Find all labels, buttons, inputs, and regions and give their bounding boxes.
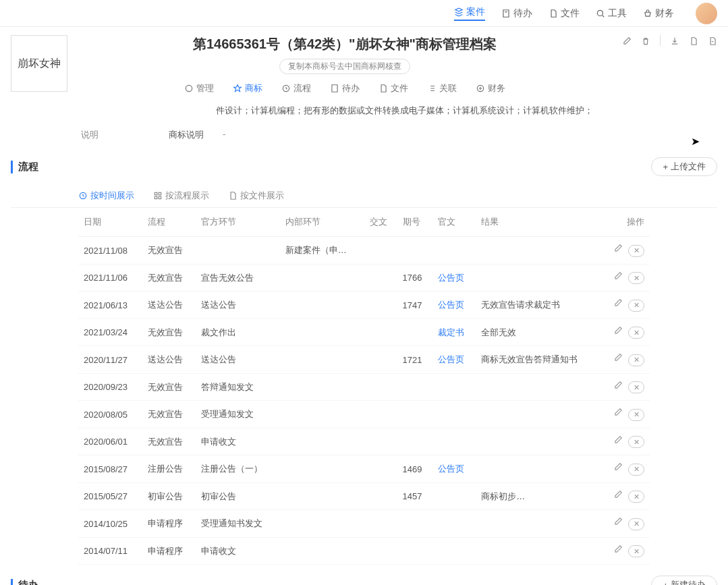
flow-tabs: 按时间展示按流程展示按文件展示 xyxy=(11,184,717,208)
subnav-文件[interactable]: 文件 xyxy=(379,82,408,94)
description-row: 说明 商标说明 - xyxy=(0,123,728,152)
row-edit-icon[interactable] xyxy=(613,464,623,474)
table-row: 2015/05/27初审公告初审公告1457商标初步…✕ xyxy=(78,482,650,510)
download-icon[interactable] xyxy=(670,36,679,46)
topnav-工具[interactable]: 工具 xyxy=(596,7,627,20)
doc-link[interactable]: 公告页 xyxy=(432,291,476,319)
subnav-关联[interactable]: 关联 xyxy=(427,82,457,94)
subnav-待办[interactable]: 待办 xyxy=(330,82,360,94)
subnav-商标[interactable]: 商标 xyxy=(233,82,262,94)
doc-link[interactable]: 公告页 xyxy=(432,346,476,374)
row-edit-icon[interactable] xyxy=(613,491,623,501)
table-row: 2020/08/05无效宣告受理通知发文✕ xyxy=(78,401,650,428)
table-row: 2021/03/24无效宣告裁文作出裁定书全部无效✕ xyxy=(78,318,650,346)
row-delete-button[interactable]: ✕ xyxy=(628,300,644,312)
row-delete-button[interactable]: ✕ xyxy=(628,491,644,503)
table-row: 2021/11/06无效宣告宣告无效公告1766公告页✕ xyxy=(78,264,650,291)
row-edit-icon[interactable] xyxy=(613,437,623,447)
table-row: 2020/09/23无效宣告答辩通知发文✕ xyxy=(78,373,650,401)
row-edit-icon[interactable] xyxy=(613,354,623,364)
row-delete-button[interactable]: ✕ xyxy=(628,409,644,421)
page-title: 第14665361号（第42类）"崩坏女神"商标管理档案 xyxy=(78,35,611,53)
table-row: 2014/10/25申请程序受理通知书发文✕ xyxy=(78,510,650,538)
flow-table: 日期流程官方环节内部环节交文期号官文结果操作 2021/11/08无效宣告新建案… xyxy=(78,208,650,565)
row-delete-button[interactable]: ✕ xyxy=(628,327,644,339)
flow-col-7: 结果 xyxy=(476,208,601,237)
row-delete-button[interactable]: ✕ xyxy=(628,272,644,284)
new-todo-button[interactable]: +新建待办 xyxy=(651,576,717,585)
row-edit-icon[interactable] xyxy=(613,409,623,419)
sub-nav: 管理商标流程待办文件关联财务 xyxy=(78,82,611,94)
desc-label: 说明 xyxy=(81,129,169,141)
edit-icon[interactable] xyxy=(622,36,632,46)
doc-link[interactable]: 公告页 xyxy=(432,264,476,291)
svg-point-0 xyxy=(597,10,603,16)
brand-logo: 崩坏女神 xyxy=(11,35,67,92)
table-row: 2014/07/11申请程序申请收文✕ xyxy=(78,537,650,565)
flow-col-1: 流程 xyxy=(142,208,196,237)
svg-rect-7 xyxy=(155,197,157,200)
row-delete-button[interactable]: ✕ xyxy=(628,545,644,557)
row-delete-button[interactable]: ✕ xyxy=(628,436,644,448)
file-icon[interactable] xyxy=(689,36,698,46)
svg-point-1 xyxy=(186,85,192,91)
svg-rect-6 xyxy=(159,193,161,196)
row-delete-button[interactable]: ✕ xyxy=(628,354,644,366)
todo-section-title: 待办 xyxy=(11,579,38,585)
upload-file-button[interactable]: +上传文件 xyxy=(651,157,717,176)
doc-link[interactable]: 公告页 xyxy=(432,455,476,483)
row-edit-icon[interactable] xyxy=(613,300,623,310)
flow-tab-1[interactable]: 按流程展示 xyxy=(153,190,209,202)
table-row: 2020/11/27送达公告送达公告1721公告页商标无效宣告答辩通知书✕ xyxy=(78,346,650,374)
flow-section: 流程 +上传文件 按时间展示按流程展示按文件展示 日期流程官方环节内部环节交文期… xyxy=(0,152,728,570)
flow-col-0: 日期 xyxy=(78,208,142,237)
table-row: 2015/08/27注册公告注册公告（一）1469公告页✕ xyxy=(78,455,650,483)
flow-col-3: 内部环节 xyxy=(280,208,364,237)
row-edit-icon[interactable] xyxy=(613,273,623,283)
svg-rect-8 xyxy=(159,197,161,200)
topnav-财务[interactable]: 财务 xyxy=(643,7,674,20)
row-edit-icon[interactable] xyxy=(613,518,623,528)
row-edit-icon[interactable] xyxy=(613,327,623,337)
table-row: 2020/06/01无效宣告申请收文✕ xyxy=(78,428,650,455)
row-edit-icon[interactable] xyxy=(613,245,623,255)
top-nav: 案件待办文件工具财务 xyxy=(0,0,728,27)
copy-trademark-link[interactable]: 复制本商标号去中国商标网核查 xyxy=(279,59,410,74)
desc-value: - xyxy=(223,129,225,141)
description-text: 件设计；计算机编程；把有形的数据或文件转换成电子媒体；计算机系统设计；计算机软件… xyxy=(0,103,728,123)
row-delete-button[interactable]: ✕ xyxy=(628,464,644,476)
subnav-财务[interactable]: 财务 xyxy=(476,82,505,94)
row-edit-icon[interactable] xyxy=(613,382,623,392)
row-delete-button[interactable]: ✕ xyxy=(628,381,644,393)
flow-col-5: 期号 xyxy=(397,208,432,237)
topnav-案件[interactable]: 案件 xyxy=(454,6,485,21)
flow-col-4: 交文 xyxy=(364,208,397,237)
row-delete-button[interactable]: ✕ xyxy=(628,245,644,257)
flow-section-title: 流程 xyxy=(11,161,38,173)
header-actions xyxy=(622,35,717,49)
flow-col-2: 官方环节 xyxy=(196,208,280,237)
flow-col-8: 操作 xyxy=(601,208,650,237)
row-edit-icon[interactable] xyxy=(613,546,623,556)
trash-icon[interactable] xyxy=(641,36,650,46)
table-row: 2021/11/08无效宣告新建案件（申…✕ xyxy=(78,237,650,264)
doc-link[interactable]: 裁定书 xyxy=(432,318,476,346)
flow-tab-0[interactable]: 按时间展示 xyxy=(78,190,134,202)
flow-col-6: 官文 xyxy=(432,208,476,237)
table-row: 2021/06/13送达公告送达公告1747公告页无效宣告请求裁定书✕ xyxy=(78,291,650,319)
desc-key: 商标说明 xyxy=(169,129,223,141)
topnav-文件[interactable]: 文件 xyxy=(549,7,580,20)
pdf-icon[interactable] xyxy=(708,36,717,46)
subnav-管理[interactable]: 管理 xyxy=(184,82,214,94)
svg-rect-5 xyxy=(155,193,157,196)
user-avatar[interactable] xyxy=(696,3,717,24)
row-delete-button[interactable]: ✕ xyxy=(628,518,644,530)
todo-section: 待办 +新建待办 序号待办类型待办状态文件类型提交日期待办备注官方期限内部期限转… xyxy=(0,570,728,585)
divider xyxy=(660,35,661,46)
topnav-待办[interactable]: 待办 xyxy=(501,7,532,20)
flow-tab-2[interactable]: 按文件展示 xyxy=(228,190,284,202)
page-header: 崩坏女神 第14665361号（第42类）"崩坏女神"商标管理档案 复制本商标号… xyxy=(0,27,728,103)
subnav-流程[interactable]: 流程 xyxy=(281,82,311,94)
